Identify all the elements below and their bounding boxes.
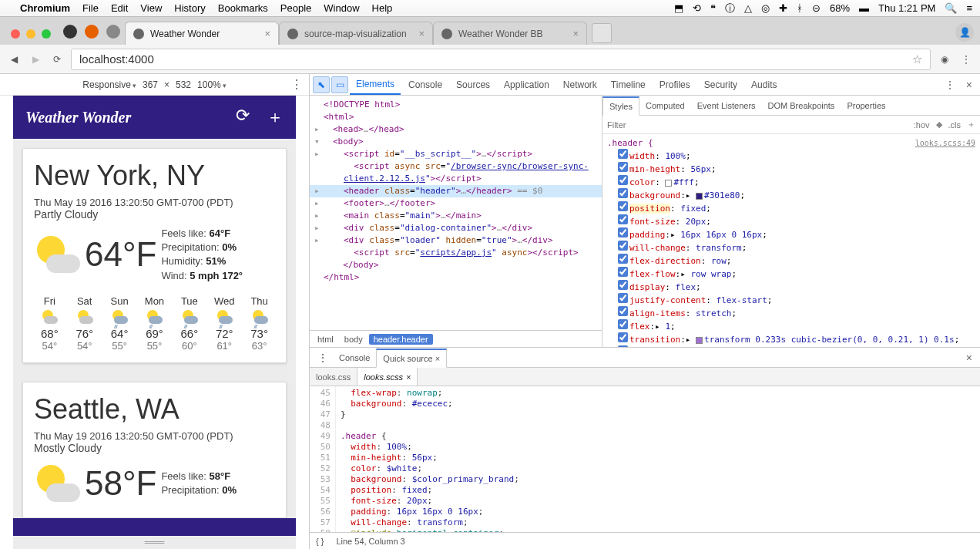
drag-handle-icon[interactable]: ═══ xyxy=(13,536,296,549)
menubar-app[interactable]: Chromium xyxy=(20,2,70,14)
partly-cloudy-icon xyxy=(34,231,80,278)
source-editor[interactable]: 45464748495051525354555657585960 flex-wr… xyxy=(310,386,980,532)
event-listeners-tab[interactable]: Event Listeners xyxy=(691,96,762,115)
devtools-close-icon[interactable]: × xyxy=(962,79,977,91)
close-icon[interactable]: × xyxy=(406,372,411,382)
city-name: New York, NY xyxy=(34,160,275,192)
battery-pct[interactable]: 68% xyxy=(830,2,850,14)
tab-source-map[interactable]: source-map-visualization × xyxy=(279,22,433,45)
drawer-tab-console[interactable]: Console xyxy=(333,348,376,367)
dom-tree[interactable]: <!DOCTYPE html> <html> ▸<head>…</head> ▾… xyxy=(310,96,602,330)
sync-icon[interactable]: ⟲ xyxy=(693,2,701,14)
menu-window[interactable]: Window xyxy=(324,2,359,14)
window-minimize-icon[interactable] xyxy=(26,29,35,39)
devtools-tabbar: ⬉ ▭ Elements Console Sources Application… xyxy=(310,74,980,96)
battery-icon[interactable]: ▬ xyxy=(859,2,869,14)
braces-icon[interactable]: { } xyxy=(316,537,324,546)
source-link[interactable]: looks.scss:49 xyxy=(915,137,975,149)
github-favicon-icon[interactable] xyxy=(63,25,77,39)
devtools-tab-security[interactable]: Security xyxy=(698,74,743,95)
styles-filter-input[interactable] xyxy=(607,120,908,130)
dom-breakpoints-tab[interactable]: DOM Breakpoints xyxy=(762,96,841,115)
info-icon[interactable]: ⓘ xyxy=(725,2,735,15)
app-favicon-icon[interactable] xyxy=(106,25,120,39)
forward-button[interactable]: ▶ xyxy=(28,52,43,67)
drawer-close-icon[interactable]: × xyxy=(962,352,977,364)
devtools-tab-elements[interactable]: Elements xyxy=(350,74,401,95)
tab-close-icon[interactable]: × xyxy=(418,28,425,39)
plus-icon[interactable]: ✚ xyxy=(779,2,787,14)
cls-toggle[interactable]: .cls xyxy=(948,120,962,130)
devtools-menu-icon[interactable]: ⋮ xyxy=(940,79,960,91)
weather-details: Feels like: 64°F Precipitation: 0% Humid… xyxy=(161,227,243,283)
menu-bookmarks[interactable]: Bookmarks xyxy=(218,2,268,14)
new-rule-icon[interactable]: ＋ xyxy=(967,119,975,130)
back-button[interactable]: ◀ xyxy=(6,52,22,67)
chrome-menu-icon[interactable]: ⋮ xyxy=(958,52,974,67)
menu-history[interactable]: History xyxy=(174,2,205,14)
window-zoom-icon[interactable] xyxy=(42,29,51,39)
devtools-tab-audits[interactable]: Audits xyxy=(745,74,783,95)
menu-file[interactable]: File xyxy=(82,2,99,14)
devtools-tab-application[interactable]: Application xyxy=(498,74,555,95)
devtools-tab-network[interactable]: Network xyxy=(557,74,603,95)
file-tab-looks-scss[interactable]: looks.scss× xyxy=(357,368,418,386)
tab-title: source-map-visualization xyxy=(304,29,407,39)
close-icon[interactable]: × xyxy=(435,354,440,363)
device-zoom-select[interactable]: 100% xyxy=(197,79,227,90)
card-datetime: Thu May 19 2016 13:20:50 GMT-0700 (PDT) xyxy=(34,197,275,208)
firefox-favicon-icon[interactable] xyxy=(85,25,99,39)
browser-toolbar: ◀ ▶ ⟳ localhost:4000 ☆ ◉ ⋮ xyxy=(0,45,980,74)
tab-weather-wonder[interactable]: Weather Wonder × xyxy=(125,22,279,45)
inspect-element-icon[interactable]: ⬉ xyxy=(313,76,330,93)
styles-tab[interactable]: Styles xyxy=(602,96,639,116)
devtools-tab-timeline[interactable]: Timeline xyxy=(605,74,652,95)
profile-avatar-icon[interactable]: 👤 xyxy=(955,23,974,42)
editor-statusbar: { } Line 54, Column 3 xyxy=(310,532,980,549)
add-icon[interactable]: ＋ xyxy=(267,106,284,129)
tab-close-icon[interactable]: × xyxy=(572,28,579,39)
color-picker-icon[interactable]: ◆ xyxy=(936,120,942,130)
device-mode-select[interactable]: Responsive xyxy=(82,79,136,90)
menu-people[interactable]: People xyxy=(280,2,311,14)
drawer-tabbar: ⋮ Console Quick source × × xyxy=(310,348,980,368)
refresh-icon[interactable]: ⟳ xyxy=(236,106,250,129)
drawer-menu-icon[interactable]: ⋮ xyxy=(313,352,333,364)
address-bar[interactable]: localhost:4000 ☆ xyxy=(71,49,931,70)
device-height[interactable]: 532 xyxy=(176,79,191,90)
device-width[interactable]: 367 xyxy=(143,79,158,90)
new-tab-button[interactable] xyxy=(592,23,612,43)
computed-tab[interactable]: Computed xyxy=(639,96,691,115)
tab-close-icon[interactable]: × xyxy=(264,28,270,39)
device-menu-icon[interactable]: ⋮ xyxy=(290,77,303,92)
bookmark-star-icon[interactable]: ☆ xyxy=(912,52,922,66)
extension-icon[interactable]: ◉ xyxy=(937,52,952,67)
drive-icon[interactable]: △ xyxy=(744,2,752,14)
reload-button[interactable]: ⟳ xyxy=(49,52,65,67)
drawer-tab-quicksource[interactable]: Quick source × xyxy=(376,349,447,368)
menu-edit[interactable]: Edit xyxy=(111,2,128,14)
crumb-html[interactable]: html xyxy=(313,334,338,345)
device-mode-icon[interactable]: ▭ xyxy=(331,76,348,93)
chrome-icon[interactable]: ◎ xyxy=(761,2,770,14)
crumb-header[interactable]: header.header xyxy=(369,334,433,345)
properties-tab[interactable]: Properties xyxy=(841,96,891,115)
hov-toggle[interactable]: :hov xyxy=(914,120,930,130)
css-rules[interactable]: looks.scss:49 .header { width: 100%;min-… xyxy=(602,134,980,347)
tab-weather-wonder-bb[interactable]: Weather Wonder BB × xyxy=(433,22,587,45)
wifi-icon[interactable]: ⊝ xyxy=(812,2,821,14)
devtools-tab-console[interactable]: Console xyxy=(402,74,448,95)
hangouts-icon[interactable]: ❝ xyxy=(710,2,716,14)
dropbox-icon[interactable]: ⬒ xyxy=(674,2,683,14)
menu-view[interactable]: View xyxy=(140,2,162,14)
crumb-body[interactable]: body xyxy=(340,334,368,345)
devtools-tab-profiles[interactable]: Profiles xyxy=(653,74,696,95)
file-tab-looks-css[interactable]: looks.css xyxy=(310,368,357,386)
devtools-tab-sources[interactable]: Sources xyxy=(450,74,496,95)
window-close-icon[interactable] xyxy=(11,29,20,39)
menu-help[interactable]: Help xyxy=(372,2,393,14)
bluetooth-icon[interactable]: ᚼ xyxy=(797,2,803,14)
spotlight-icon[interactable]: 🔍 xyxy=(945,2,957,14)
menu-icon[interactable]: ≡ xyxy=(966,2,972,14)
clock[interactable]: Thu 1:21 PM xyxy=(878,2,935,14)
